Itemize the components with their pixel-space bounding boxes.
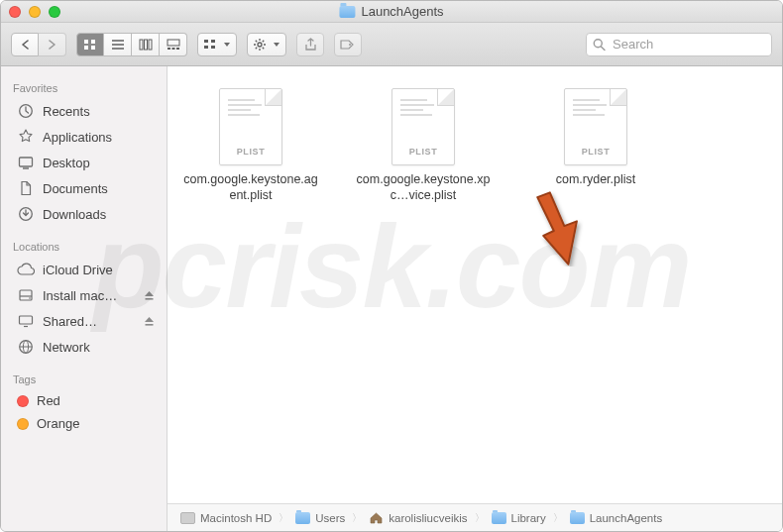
sidebar-item-label: Red bbox=[37, 393, 60, 408]
svg-line-29 bbox=[601, 46, 605, 50]
documents-icon bbox=[17, 179, 35, 197]
file-item[interactable]: PLIST com.google.keystone.agent.plist bbox=[181, 88, 320, 204]
sidebar-section-label: Favorites bbox=[1, 76, 167, 98]
shared-icon bbox=[17, 312, 35, 330]
tag-red-icon bbox=[17, 395, 29, 407]
sidebar-section-label: Tags bbox=[1, 368, 167, 389]
svg-line-25 bbox=[263, 40, 264, 41]
titlebar: LaunchAgents bbox=[1, 1, 782, 23]
crumb-label: Macintosh HD bbox=[200, 512, 272, 524]
svg-rect-2 bbox=[84, 46, 88, 50]
window-zoom-button[interactable] bbox=[49, 6, 60, 18]
plist-file-icon: PLIST bbox=[219, 88, 282, 165]
disk-icon bbox=[17, 286, 35, 304]
svg-point-36 bbox=[29, 297, 31, 299]
crumb-label: karolisliucveikis bbox=[389, 512, 467, 524]
folder-icon bbox=[339, 6, 355, 18]
content-area: PLIST com.google.keystone.agent.plist PL… bbox=[168, 66, 782, 531]
sidebar-item-label: Install mac… bbox=[43, 288, 117, 303]
window-minimize-button[interactable] bbox=[29, 6, 41, 18]
file-item[interactable]: PLIST com.ryder.plist bbox=[526, 88, 665, 204]
crumb-label: LaunchAgents bbox=[590, 512, 663, 524]
plist-file-icon: PLIST bbox=[392, 88, 455, 165]
crumb-label: Users bbox=[315, 512, 345, 524]
svg-rect-0 bbox=[84, 40, 88, 44]
toolbar bbox=[1, 23, 782, 66]
folder-icon bbox=[295, 512, 310, 524]
view-gallery-button[interactable] bbox=[160, 33, 187, 56]
svg-rect-1 bbox=[91, 40, 95, 44]
home-icon bbox=[369, 512, 384, 524]
svg-rect-3 bbox=[91, 46, 95, 50]
nav-buttons bbox=[11, 33, 66, 56]
sidebar-tag-orange[interactable]: Orange bbox=[1, 412, 167, 435]
svg-line-23 bbox=[256, 40, 257, 41]
group-by-button[interactable] bbox=[197, 33, 237, 56]
sidebar-item-desktop[interactable]: Desktop bbox=[1, 150, 167, 175]
path-crumb[interactable]: karolisliucveikis bbox=[366, 510, 470, 526]
tags-button[interactable] bbox=[334, 33, 362, 56]
network-icon bbox=[17, 338, 35, 356]
share-icon bbox=[304, 38, 317, 52]
sidebar-tag-red[interactable]: Red bbox=[1, 389, 167, 412]
svg-rect-10 bbox=[168, 40, 179, 46]
cloud-icon bbox=[17, 261, 35, 278]
sidebar-item-label: Downloads bbox=[43, 207, 106, 222]
window-close-button[interactable] bbox=[9, 6, 21, 18]
back-button[interactable] bbox=[11, 33, 39, 56]
file-label: com.google.keystone.agent.plist bbox=[181, 171, 320, 204]
search-field-wrap bbox=[586, 33, 772, 56]
file-item[interactable]: PLIST com.google.keystone.xpc…vice.plist bbox=[354, 88, 493, 204]
sidebar-item-shared[interactable]: Shared… bbox=[1, 308, 167, 334]
sidebar-item-applications[interactable]: Applications bbox=[1, 124, 167, 150]
hd-icon bbox=[180, 512, 195, 524]
svg-rect-11 bbox=[168, 48, 170, 50]
crumb-label: Library bbox=[511, 512, 546, 524]
view-icon-button[interactable] bbox=[76, 33, 104, 56]
path-crumb[interactable]: LaunchAgents bbox=[567, 510, 666, 526]
path-crumb[interactable]: Library bbox=[489, 510, 549, 526]
svg-rect-31 bbox=[20, 158, 33, 166]
view-column-button[interactable] bbox=[132, 33, 160, 56]
path-bar: Macintosh HD 〉 Users 〉 karolisliucveikis… bbox=[168, 503, 782, 531]
sidebar-item-label: Documents bbox=[43, 181, 108, 196]
path-crumb[interactable]: Macintosh HD bbox=[177, 510, 275, 526]
sidebar-item-recents[interactable]: Recents bbox=[1, 98, 167, 124]
view-list-button[interactable] bbox=[104, 33, 132, 56]
sidebar-item-documents[interactable]: Documents bbox=[1, 175, 167, 201]
action-button[interactable] bbox=[247, 33, 286, 56]
svg-rect-17 bbox=[211, 46, 215, 49]
file-grid[interactable]: PLIST com.google.keystone.agent.plist PL… bbox=[168, 66, 782, 503]
sidebar-item-install-mac[interactable]: Install mac… bbox=[1, 282, 167, 308]
downloads-icon bbox=[17, 205, 35, 223]
clock-icon bbox=[17, 102, 35, 120]
body: Favorites Recents Applications Desktop D… bbox=[1, 66, 782, 531]
sidebar-item-label: Shared… bbox=[43, 314, 97, 329]
svg-point-18 bbox=[258, 43, 262, 47]
search-input[interactable] bbox=[586, 33, 772, 56]
search-icon bbox=[593, 38, 606, 51]
sidebar-item-network[interactable]: Network bbox=[1, 334, 167, 360]
finder-window: LaunchAgents bbox=[0, 0, 783, 532]
plist-file-icon: PLIST bbox=[564, 88, 627, 165]
eject-icon[interactable] bbox=[144, 290, 155, 301]
file-label: com.ryder.plist bbox=[556, 171, 636, 187]
sidebar-item-label: Desktop bbox=[43, 156, 90, 170]
folder-icon bbox=[570, 512, 585, 524]
sidebar-item-downloads[interactable]: Downloads bbox=[1, 201, 167, 227]
svg-rect-16 bbox=[204, 46, 208, 49]
svg-rect-15 bbox=[211, 40, 215, 43]
svg-rect-8 bbox=[144, 40, 147, 50]
sidebar[interactable]: Favorites Recents Applications Desktop D… bbox=[1, 66, 168, 531]
sidebar-item-icloud[interactable]: iCloud Drive bbox=[1, 257, 167, 282]
chevron-right-icon: 〉 bbox=[352, 511, 362, 525]
svg-rect-37 bbox=[146, 298, 154, 300]
forward-button[interactable] bbox=[39, 33, 66, 56]
svg-rect-7 bbox=[140, 40, 143, 50]
eject-icon[interactable] bbox=[144, 316, 155, 327]
sidebar-section-label: Locations bbox=[1, 235, 167, 257]
path-crumb[interactable]: Users bbox=[292, 510, 348, 526]
svg-rect-14 bbox=[204, 40, 208, 43]
svg-rect-13 bbox=[176, 48, 179, 50]
share-button[interactable] bbox=[296, 33, 324, 56]
